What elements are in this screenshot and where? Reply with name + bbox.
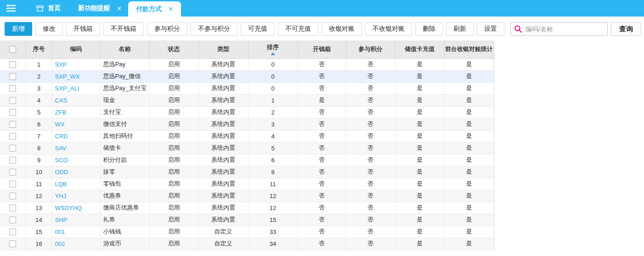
cell-code-link[interactable]: LQB [52,178,100,190]
cell-stored-card-recharge: 是 [395,178,444,190]
column-header-2[interactable]: 编码 [52,40,100,58]
query-button[interactable]: 查询 [611,22,641,36]
cell-code-link[interactable]: SAV [52,142,100,154]
cell-cashier-recon-stats: 是 [444,58,494,70]
toolbar-button-13[interactable]: 设置 [477,22,504,36]
table-row[interactable]: 13 WSDYHQ 微商店优惠券 启用 系统内置 12 否 否 是 是 [0,202,494,214]
row-checkbox[interactable] [9,109,16,116]
cell-code-link[interactable]: CRD [52,130,100,142]
column-header-10[interactable]: 前台收银对账统计 [444,40,494,58]
column-header-4[interactable]: 状态 [149,40,198,58]
table-row[interactable]: 7 CRD 其他扫码付 启用 系统内置 4 否 否 是 是 [0,130,494,142]
row-checkbox[interactable] [9,85,16,92]
row-checkbox[interactable] [9,169,16,176]
row-checkbox[interactable] [9,73,16,80]
cell-points: 否 [346,238,395,250]
cell-code-link[interactable]: 001 [52,226,100,238]
cell-open-drawer: 否 [298,178,346,190]
table-row[interactable]: 14 SHP 礼券 启用 系统内置 15 否 否 是 是 [0,214,494,226]
cell-code-link[interactable]: ODD [52,166,100,178]
row-checkbox[interactable] [9,181,16,188]
toolbar-button-5[interactable]: 参与积分 [147,22,187,36]
cell-sort: 0 [248,58,298,70]
row-checkbox[interactable] [9,145,16,152]
cell-points: 否 [346,130,395,142]
collapse-menu-icon[interactable] [6,4,17,12]
table-row[interactable]: 8 SAV 储值卡 启用 系统内置 5 否 否 是 是 [0,142,494,154]
table-row[interactable]: 9 SCO 积分付款 启用 系统内置 6 否 否 是 是 [0,154,494,166]
cell-type: 系统内置 [198,82,248,94]
row-checkbox[interactable] [9,61,16,68]
row-checkbox[interactable] [9,216,16,223]
row-checkbox[interactable] [9,240,16,247]
cell-status: 启用 [149,70,198,82]
sort-asc-icon [271,52,275,55]
table-row[interactable]: 12 YHJ 优惠券 启用 系统内置 12 否 否 是 是 [0,190,494,202]
column-header-7[interactable]: 开钱箱 [298,40,346,58]
cell-code-link[interactable]: 002 [52,238,100,250]
column-header-6[interactable]: 排序 [248,40,298,58]
row-checkbox[interactable] [9,193,16,199]
column-header-9[interactable]: 储值卡充值 [395,40,444,58]
table-row[interactable]: 1 SXP 思迅Pay 启用 系统内置 0 否 否 是 是 [0,58,494,70]
cell-code-link[interactable]: SXP_ALI [52,82,100,94]
table-row[interactable]: 5 ZFB 支付宝 启用 系统内置 2 否 否 是 是 [0,106,494,118]
cell-type: 系统内置 [198,118,248,130]
cell-code-link[interactable]: WX [52,118,100,130]
toolbar-button-12[interactable]: 刷新 [446,22,474,36]
table-row[interactable]: 15 001 小钱钱 启用 自定义 33 否 否 是 是 [0,226,494,238]
toolbar-button-2[interactable]: 修改 [35,22,63,36]
table-row[interactable]: 10 ODD 抹零 启用 系统内置 8 否 否 是 是 [0,166,494,178]
row-checkbox[interactable] [9,121,16,128]
table-row[interactable]: 6 WX 微信支付 启用 系统内置 3 否 否 是 是 [0,118,494,130]
table-row[interactable]: 11 LQB 零钱包 启用 系统内置 11 否 否 是 是 [0,178,494,190]
tab-payment-method[interactable]: 付款方式 ✕ [128,1,181,17]
toolbar-button-6[interactable]: 不参与积分 [191,22,237,36]
table-row[interactable]: 16 002 游戏币 启用 自定义 34 否 否 是 是 [0,238,494,250]
toolbar-button-11[interactable]: 删除 [415,22,443,36]
tab-home[interactable]: 首页 [31,0,65,17]
tab-new-feature-reminder[interactable]: 新功能提醒 ✕ [72,0,128,17]
cell-code-link[interactable]: SCO [52,154,100,166]
toolbar-button-9[interactable]: 收银对账 [322,22,362,36]
row-checkbox[interactable] [9,133,16,140]
column-header-8[interactable]: 参与积分 [346,40,395,58]
table-row[interactable]: 2 SXP_WX 思迅Pay_微信 启用 系统内置 0 否 否 是 是 [0,70,494,82]
toolbar-button-7[interactable]: 可充值 [241,22,275,36]
close-icon[interactable]: ✕ [117,5,122,12]
table-row[interactable]: 3 SXP_ALI 思迅Pay_支付宝 启用 系统内置 0 否 否 是 是 [0,82,494,94]
cell-code-link[interactable]: ZFB [52,106,100,118]
close-icon[interactable]: ✕ [168,6,173,12]
cell-open-drawer: 否 [298,214,346,226]
row-checkbox[interactable] [9,228,16,235]
cell-points: 否 [346,58,395,70]
cell-code-link[interactable]: CAS [52,94,100,106]
cell-points: 否 [346,118,395,130]
cell-points: 否 [346,142,395,154]
toolbar-button-8[interactable]: 不可充值 [278,22,318,36]
column-header-3[interactable]: 名称 [100,40,149,58]
table-row[interactable]: 4 CAS 现金 启用 系统内置 1 是 否 是 是 [0,94,494,106]
cell-cashier-recon-stats: 是 [444,142,494,154]
cell-code-link[interactable]: WSDYHQ [52,202,100,214]
row-checkbox[interactable] [9,157,16,164]
toolbar-button-10[interactable]: 不收银对账 [365,22,412,36]
cell-code-link[interactable]: SXP_WX [52,70,100,82]
cell-code-link[interactable]: YHJ [52,190,100,202]
cell-cashier-recon-stats: 是 [444,178,494,190]
cell-type: 系统内置 [198,142,248,154]
column-header-5[interactable]: 类型 [198,40,248,58]
cell-code-link[interactable]: SXP [52,58,100,70]
toolbar-button-4[interactable]: 不开钱箱 [103,22,144,36]
row-checkbox[interactable] [9,205,16,211]
cell-sort: 2 [248,106,298,118]
toolbar-button-3[interactable]: 开钱箱 [66,22,100,36]
select-all-checkbox[interactable] [9,46,16,53]
column-header-1[interactable]: 序号 [26,40,52,58]
search-input[interactable] [510,22,608,36]
cell-name: 优惠券 [100,190,149,202]
cell-status: 启用 [149,106,198,118]
row-checkbox[interactable] [9,97,16,104]
toolbar-button-1[interactable]: 新增 [5,22,32,36]
cell-code-link[interactable]: SHP [52,214,100,226]
